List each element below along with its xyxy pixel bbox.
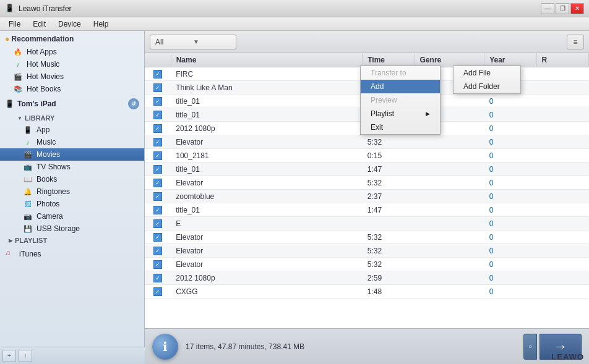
- row-year: 0: [484, 122, 536, 135]
- sidebar-item-app[interactable]: 📱 App: [0, 124, 144, 136]
- row-checkbox[interactable]: ✓: [145, 285, 171, 298]
- ringtones-icon: 🔔: [22, 187, 33, 196]
- sidebar-item-music[interactable]: ♪ Music: [0, 136, 144, 148]
- camera-icon: 📷: [22, 212, 33, 221]
- sync-icon[interactable]: ↺: [128, 98, 139, 109]
- sidebar-item-hotbooks[interactable]: 📚 Hot Books: [0, 83, 144, 95]
- table-row[interactable]: ✓ Elevator 5:32 0: [145, 135, 589, 149]
- sidebar-item-camera[interactable]: 📷 Camera: [0, 210, 144, 222]
- table-row[interactable]: ✓ Elevator 5:32 0: [145, 258, 589, 271]
- device-header[interactable]: 📱 Tom's iPad ↺: [0, 95, 144, 112]
- row-rating: [536, 108, 588, 122]
- row-year: 0: [484, 285, 536, 298]
- add-submenu: Add File Add Folder: [453, 66, 521, 94]
- table-row[interactable]: ✓ E 0: [145, 217, 589, 231]
- submenu-add-file[interactable]: Add File: [454, 66, 520, 80]
- row-genre: [415, 176, 484, 190]
- row-time: 5:32: [363, 135, 415, 149]
- close-button[interactable]: ✕: [570, 3, 584, 14]
- table-row[interactable]: ✓ Elevator 5:32 0: [145, 231, 589, 244]
- table-row[interactable]: ✓ 2012 1080p 2:59 0: [145, 271, 589, 285]
- sidebar-item-ringtones[interactable]: 🔔 Ringtones: [0, 185, 144, 198]
- sidebar-item-tvshows[interactable]: 📺 TV Shows: [0, 161, 144, 173]
- sidebar-item-books[interactable]: 📖 Books: [0, 173, 144, 185]
- sidebar-item-hotapps[interactable]: 🔥 Hot Apps: [0, 46, 144, 58]
- library-header[interactable]: ▼ LIBRARY: [0, 112, 144, 124]
- context-exit-label: Exit: [371, 123, 383, 132]
- row-rating: [536, 285, 588, 298]
- col-name[interactable]: Name: [171, 53, 363, 67]
- playlist-triangle: ▶: [9, 238, 12, 243]
- sidebar-item-photos[interactable]: 🖼 Photos: [0, 198, 144, 210]
- menu-icon-button[interactable]: ≡: [567, 35, 584, 49]
- row-time: 1:47: [363, 203, 415, 217]
- row-checkbox[interactable]: ✓: [145, 217, 171, 231]
- add-device-button[interactable]: +: [2, 350, 16, 362]
- row-time: 2:59: [363, 271, 415, 285]
- row-checkbox[interactable]: ✓: [145, 163, 171, 176]
- sync-button[interactable]: ↑: [19, 350, 32, 362]
- table-row[interactable]: ✓ zoomtoblue 2:37 0: [145, 190, 589, 203]
- sidebar-recommendation-header[interactable]: ● Recommendation: [0, 31, 144, 46]
- sidebar-item-itunes[interactable]: ♫ iTunes: [0, 246, 144, 262]
- menu-edit[interactable]: Edit: [27, 19, 52, 30]
- row-name: Think Like A Man: [171, 81, 363, 95]
- menu-help[interactable]: Help: [87, 19, 115, 30]
- row-checkbox[interactable]: ✓: [145, 258, 171, 271]
- context-menu-item-playlist[interactable]: Playlist ▶: [361, 107, 440, 121]
- row-name: zoomtoblue: [171, 190, 363, 203]
- row-checkbox[interactable]: ✓: [145, 271, 171, 285]
- table-row[interactable]: ✓ Elevator 5:32 0: [145, 176, 589, 190]
- row-checkbox[interactable]: ✓: [145, 67, 171, 81]
- status-bar: ℹ 17 items, 47.87 minutes, 738.41 MB ○ →: [145, 328, 589, 364]
- minimize-button[interactable]: —: [541, 3, 554, 14]
- table-row[interactable]: ✓ CXGG 1:48 0: [145, 285, 589, 298]
- row-checkbox[interactable]: ✓: [145, 176, 171, 190]
- table-row[interactable]: ✓ title_01 1:47 0: [145, 203, 589, 217]
- table-row[interactable]: ✓ title_01 1:47 0: [145, 163, 589, 176]
- menu-file[interactable]: File: [2, 19, 27, 30]
- app-icon: 📱: [5, 4, 15, 14]
- row-checkbox[interactable]: ✓: [145, 149, 171, 163]
- sidebar-item-hotmovies[interactable]: 🎬 Hot Movies: [0, 70, 144, 83]
- hotbooks-icon: 📚: [12, 85, 24, 93]
- sidebar-item-hotmusic[interactable]: ♪ Hot Music: [0, 58, 144, 70]
- recommendation-icon: ●: [5, 35, 9, 43]
- row-name: Elevator: [171, 231, 363, 244]
- sidebar-item-usb[interactable]: 💾 USB Storage: [0, 222, 144, 235]
- row-checkbox[interactable]: ✓: [145, 108, 171, 122]
- col-rating[interactable]: R: [536, 53, 588, 67]
- row-checkbox[interactable]: ✓: [145, 244, 171, 258]
- sidebar-item-movies[interactable]: 🎬 Movies: [0, 148, 144, 161]
- row-checkbox[interactable]: ✓: [145, 135, 171, 149]
- table-row[interactable]: ✓ 100_2181 0:15 0: [145, 149, 589, 163]
- context-menu-item-exit[interactable]: Exit: [361, 121, 440, 134]
- restore-button[interactable]: ❐: [556, 3, 569, 14]
- transfer-option-button[interactable]: ○: [523, 334, 537, 360]
- row-rating: [536, 203, 588, 217]
- row-checkbox[interactable]: ✓: [145, 81, 171, 95]
- radio-icon: ○: [528, 343, 532, 350]
- context-transfer-to-label: Transfer to: [371, 69, 406, 77]
- row-year: 0: [484, 190, 536, 203]
- row-year: 0: [484, 108, 536, 122]
- menu-device[interactable]: Device: [52, 19, 87, 30]
- playlist-header[interactable]: ▶ PLAYLIST: [0, 235, 144, 246]
- tvshows-icon: 📺: [22, 163, 33, 171]
- row-checkbox[interactable]: ✓: [145, 203, 171, 217]
- sync-bottom-icon: ↑: [24, 352, 27, 359]
- row-checkbox[interactable]: ✓: [145, 95, 171, 108]
- table-row[interactable]: ✓ Elevator 5:32 0: [145, 244, 589, 258]
- row-checkbox[interactable]: ✓: [145, 190, 171, 203]
- dropdown-value: All: [155, 38, 193, 46]
- context-menu-item-add[interactable]: Add: [361, 80, 440, 93]
- row-checkbox[interactable]: ✓: [145, 231, 171, 244]
- row-checkbox[interactable]: ✓: [145, 122, 171, 135]
- row-year: 0: [484, 135, 536, 149]
- context-preview-label: Preview: [371, 96, 397, 104]
- row-name: Elevator: [171, 244, 363, 258]
- submenu-add-folder[interactable]: Add Folder: [454, 80, 520, 93]
- filter-dropdown[interactable]: All ▼: [150, 35, 236, 49]
- row-name: 100_2181: [171, 149, 363, 163]
- row-name: title_01: [171, 163, 363, 176]
